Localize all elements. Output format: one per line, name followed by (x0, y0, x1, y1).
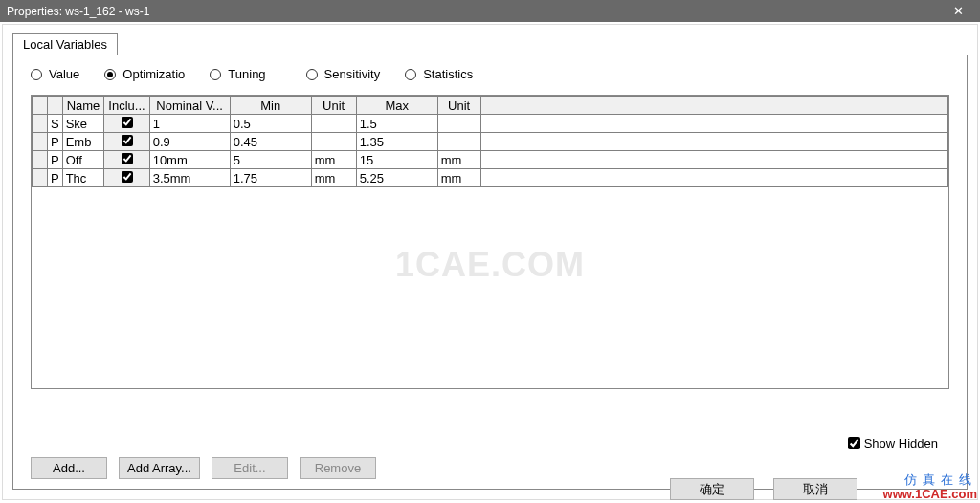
tab-strip: Local Variables (12, 33, 968, 55)
dialog-buttons: 确定 取消 (670, 478, 858, 500)
show-hidden-checkbox[interactable]: Show Hidden (848, 436, 938, 450)
col-unit[interactable]: Unit (311, 97, 356, 115)
radio-value[interactable]: Value (31, 67, 79, 81)
nominal-cell[interactable]: 3.5mm (149, 169, 230, 187)
max-cell[interactable]: 5.25 (356, 169, 437, 187)
unit-cell[interactable]: mm (311, 151, 356, 169)
brand-url: www.1CAE.com (883, 487, 977, 501)
row-header-cell[interactable] (33, 151, 48, 169)
include-checkbox[interactable] (122, 171, 133, 183)
include-cell[interactable] (104, 151, 149, 169)
include-checkbox[interactable] (122, 153, 133, 164)
nominal-cell[interactable]: 0.9 (149, 133, 230, 151)
col-spacer (480, 97, 947, 115)
include-cell[interactable] (104, 169, 149, 187)
col-name[interactable]: Name (62, 97, 104, 115)
include-checkbox[interactable] (122, 135, 133, 146)
nominal-cell[interactable]: 10mm (149, 151, 230, 169)
unit-cell[interactable] (311, 115, 356, 133)
table-header-row: Name Inclu... Nominal V... Min Unit Max … (33, 97, 948, 115)
tab-local-variables[interactable]: Local Variables (12, 33, 118, 55)
radio-optimization[interactable]: Optimizatio (104, 67, 185, 81)
include-cell[interactable] (104, 133, 149, 151)
variables-table: Name Inclu... Nominal V... Min Unit Max … (32, 96, 948, 187)
remove-button[interactable]: Remove (300, 457, 376, 479)
type-cell[interactable]: P (48, 169, 63, 187)
max-cell[interactable]: 1.5 (356, 115, 437, 133)
tab-panel: Value Optimizatio Tuning Sensitivity Sta… (12, 55, 968, 490)
brand-cn: 仿真在线 (883, 472, 977, 487)
close-icon: ✕ (953, 4, 964, 18)
table-row[interactable]: SSke10.51.5 (33, 115, 948, 133)
button-row: Add... Add Array... Edit... Remove (31, 457, 376, 479)
cancel-button[interactable]: 取消 (773, 478, 858, 500)
spacer-cell (480, 115, 947, 133)
window-title: Properties: ws-1_162 - ws-1 (7, 5, 937, 18)
unit2-cell[interactable]: mm (437, 151, 480, 169)
max-cell[interactable]: 15 (356, 151, 437, 169)
min-cell[interactable]: 5 (230, 151, 311, 169)
col-unit2[interactable]: Unit (437, 97, 480, 115)
col-nominal[interactable]: Nominal V... (149, 97, 230, 115)
spacer-cell (480, 169, 947, 187)
name-cell[interactable]: Off (62, 151, 104, 169)
col-max[interactable]: Max (356, 97, 437, 115)
radio-sensitivity[interactable]: Sensitivity (306, 67, 381, 81)
unit2-cell[interactable]: mm (437, 169, 480, 187)
unit2-cell[interactable] (437, 133, 480, 151)
radio-tuning[interactable]: Tuning (210, 67, 265, 81)
type-cell[interactable]: P (48, 151, 63, 169)
row-header-cell[interactable] (33, 169, 48, 187)
min-cell[interactable]: 0.45 (230, 133, 311, 151)
footer-brand: 仿真在线 www.1CAE.com (883, 472, 977, 501)
include-cell[interactable] (104, 115, 149, 133)
table-row[interactable]: POff10mm5mm15mm (33, 151, 948, 169)
col-rowhead (33, 97, 48, 115)
col-type (48, 97, 63, 115)
watermark: 1CAE.COM (395, 244, 585, 284)
unit-cell[interactable] (311, 133, 356, 151)
close-button[interactable]: ✕ (937, 0, 980, 22)
spacer-cell (480, 133, 947, 151)
min-cell[interactable]: 1.75 (230, 169, 311, 187)
radio-statistics[interactable]: Statistics (405, 67, 473, 81)
table-row[interactable]: PThc3.5mm1.75mm5.25mm (33, 169, 948, 187)
col-min[interactable]: Min (230, 97, 311, 115)
spacer-cell (480, 151, 947, 169)
unit-cell[interactable]: mm (311, 169, 356, 187)
name-cell[interactable]: Emb (62, 133, 104, 151)
edit-button[interactable]: Edit... (212, 457, 288, 479)
show-hidden-input[interactable] (848, 437, 860, 449)
row-header-cell[interactable] (33, 115, 48, 133)
titlebar: Properties: ws-1_162 - ws-1 ✕ (0, 0, 980, 22)
unit2-cell[interactable] (437, 115, 480, 133)
ok-button[interactable]: 确定 (670, 478, 754, 500)
row-header-cell[interactable] (33, 133, 48, 151)
variables-table-container: 1CAE.COM Name Inclu... Nominal V... Min … (31, 95, 949, 389)
include-checkbox[interactable] (122, 117, 133, 128)
mode-radio-group: Value Optimizatio Tuning Sensitivity Sta… (31, 67, 949, 81)
nominal-cell[interactable]: 1 (149, 115, 230, 133)
type-cell[interactable]: P (48, 133, 63, 151)
add-array-button[interactable]: Add Array... (119, 457, 200, 479)
col-include[interactable]: Inclu... (104, 97, 149, 115)
type-cell[interactable]: S (48, 115, 63, 133)
add-button[interactable]: Add... (31, 457, 107, 479)
name-cell[interactable]: Ske (62, 115, 104, 133)
max-cell[interactable]: 1.35 (356, 133, 437, 151)
dialog-body: Local Variables Value Optimizatio Tuning… (2, 24, 978, 500)
name-cell[interactable]: Thc (62, 169, 104, 187)
table-row[interactable]: PEmb0.90.451.35 (33, 133, 948, 151)
min-cell[interactable]: 0.5 (230, 115, 311, 133)
